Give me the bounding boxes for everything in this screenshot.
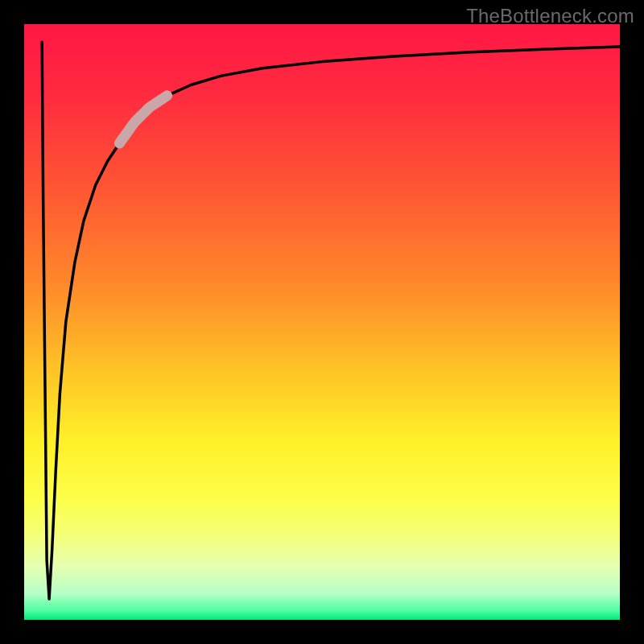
chart-container: TheBottleneck.com	[0, 0, 644, 644]
bottleneck-chart-canvas	[0, 0, 644, 644]
watermark-text: TheBottleneck.com	[466, 5, 634, 27]
